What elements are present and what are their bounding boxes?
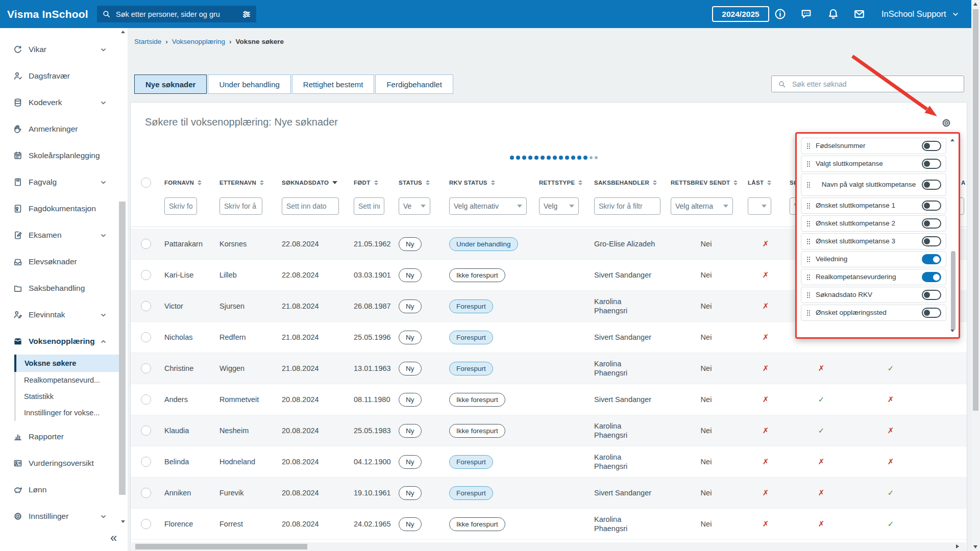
column-toggle-ønsket-sluttkompetanse-3[interactable]: Ønsket sluttkompetanse 3 (801, 233, 946, 249)
drag-handle-icon[interactable] (806, 181, 811, 189)
column-toggle-switch[interactable] (922, 141, 941, 151)
column-header-låst[interactable]: LÅST (745, 180, 787, 186)
sidebar-item-kodeverk[interactable]: Kodeverk (0, 89, 128, 116)
bell-icon[interactable] (827, 8, 839, 20)
page-dot[interactable] (516, 156, 520, 160)
sidebar-item-lønn[interactable]: Lønn (0, 477, 128, 503)
sidebar-item-saksbehandling[interactable]: Saksbehandling (0, 275, 128, 302)
page-dot[interactable] (571, 156, 575, 160)
filter-input-3[interactable] (282, 197, 339, 215)
table-row[interactable]: Anders Rommetveit 20.08.2024 08.11.1980 … (131, 384, 967, 415)
select-all-checkbox[interactable] (141, 178, 151, 188)
sidebar-scrollbar-thumb[interactable] (119, 202, 126, 495)
tab-under-behandling[interactable]: Under behandling (208, 74, 290, 94)
row-checkbox[interactable] (141, 239, 151, 249)
column-toggle-valgt-sluttkompetanse[interactable]: Valgt sluttkompetanse (801, 156, 946, 172)
info-icon[interactable] (774, 8, 786, 20)
filter-input-8[interactable] (594, 197, 660, 215)
column-toggle-fødselsnummer[interactable]: Fødselsnummer (801, 138, 946, 154)
page-dot[interactable] (510, 156, 514, 160)
sidebar-item-anmerkninger[interactable]: Anmerkninger (0, 116, 128, 142)
panel-scroll-down[interactable] (950, 330, 954, 332)
sidebar-subitem-realkompetansevurd[interactable]: Realkompetansevurd... (14, 372, 128, 388)
row-checkbox[interactable] (141, 519, 151, 529)
filter-select-7[interactable]: Velg (539, 197, 579, 215)
page-dot[interactable] (541, 156, 545, 160)
row-checkbox[interactable] (141, 363, 151, 373)
horizontal-scrollbar[interactable] (131, 542, 966, 551)
sidebar-collapse-button[interactable]: « (110, 531, 117, 545)
user-menu[interactable]: InSchool Support (881, 0, 960, 28)
sidebar-item-dagsfravær[interactable]: Dagsfravær (0, 63, 128, 89)
scroll-down-arrow[interactable] (973, 545, 977, 548)
row-checkbox[interactable] (141, 394, 151, 405)
column-toggle-navn-på-valgt-sluttkompetanse[interactable]: Navn på valgt sluttkompetanse (801, 173, 946, 196)
chat-icon[interactable] (800, 8, 812, 20)
sidebar-item-skoleårsplanlegging[interactable]: Skoleårsplanlegging (0, 142, 128, 169)
sidebar-item-eksamen[interactable]: Eksamen (0, 222, 128, 248)
drag-handle-icon[interactable] (806, 142, 811, 150)
school-year-selector[interactable]: 2024/2025 (712, 6, 769, 22)
table-row[interactable]: Belinda Hodneland 20.08.2024 04.12.1900 … (131, 446, 967, 478)
row-checkbox[interactable] (141, 301, 151, 311)
page-dot[interactable] (583, 156, 587, 160)
sort-icon[interactable] (767, 180, 771, 185)
panel-scrollbar-thumb[interactable] (951, 251, 955, 330)
column-toggle-switch[interactable] (922, 236, 941, 246)
row-checkbox[interactable] (141, 332, 151, 342)
column-toggle-switch[interactable] (922, 308, 941, 318)
gear-icon[interactable] (941, 118, 951, 128)
drag-handle-icon[interactable] (806, 273, 811, 281)
page-dot-inactive[interactable] (595, 156, 598, 159)
scroll-up-arrow[interactable] (973, 3, 977, 6)
tab-ferdigbehandlet[interactable]: Ferdigbehandlet (375, 74, 453, 94)
sidebar-item-fagdokumentasjon[interactable]: Fagdokumentasjon (0, 195, 128, 222)
global-search[interactable] (97, 6, 256, 22)
drag-handle-icon[interactable] (806, 238, 811, 245)
column-header-rettsbrev-sendt[interactable]: RETTSBREV SENDT (668, 180, 745, 186)
column-header-etternavn[interactable]: ETTERNAVN (216, 180, 279, 186)
panel-scroll-up[interactable] (950, 139, 954, 141)
column-toggle-veiledning[interactable]: Veiledning (801, 251, 946, 267)
mail-icon[interactable] (853, 8, 865, 20)
sidebar-item-elevinntak[interactable]: Elevinntak (0, 302, 128, 328)
sidebar-subitem-innstillinger-for-vokse[interactable]: Innstillinger for vokse... (14, 405, 128, 421)
tab-rettighet-bestemt[interactable]: Rettighet bestemt (292, 74, 375, 94)
search-filters-icon[interactable] (242, 10, 251, 19)
column-header-status[interactable]: STATUS (396, 180, 446, 186)
column-toggle-søknadsdato-rkv[interactable]: Søknadsdato RKV (801, 287, 946, 303)
drag-handle-icon[interactable] (806, 291, 811, 299)
sidebar-subitem-voksne-søkere[interactable]: Voksne søkere (14, 355, 122, 372)
sort-icon[interactable] (374, 180, 378, 185)
sort-icon[interactable] (426, 180, 430, 185)
column-toggle-realkompetansevurdering[interactable]: Realkompetansevurdering (801, 269, 946, 285)
sidebar-scroll-down[interactable] (121, 520, 125, 523)
drag-handle-icon[interactable] (806, 309, 811, 317)
column-header-fornavn[interactable]: FORNAVN (161, 180, 216, 186)
global-search-input[interactable] (115, 10, 237, 19)
sidebar-subitem-statistikk[interactable]: Statistikk (14, 388, 128, 405)
sidebar-item-fagvalg[interactable]: Fagvalg (0, 169, 128, 195)
column-header-søknadsdato[interactable]: SØKNADSDATO (279, 180, 351, 186)
column-toggle-switch[interactable] (922, 159, 941, 169)
filter-input-4[interactable] (354, 197, 384, 215)
filter-select-9[interactable]: Velg alterna (671, 197, 733, 215)
filter-input-2[interactable] (219, 197, 262, 215)
horizontal-scrollbar-thumb[interactable] (135, 544, 307, 549)
page-dot[interactable] (522, 156, 526, 160)
column-toggle-ønsket-opplæringssted[interactable]: Ønsket opplæringssted (801, 305, 946, 321)
table-row[interactable]: Florence Forrest 20.08.2024 24.02.1965 N… (131, 509, 967, 540)
filter-select-5[interactable]: Ve (399, 197, 430, 215)
page-dot[interactable] (553, 156, 557, 160)
drag-handle-icon[interactable] (806, 220, 811, 228)
row-checkbox[interactable] (141, 270, 151, 280)
filter-select-6[interactable]: Velg alternativ (449, 197, 527, 215)
table-row[interactable]: Klaudia Nesheim 20.08.2024 25.05.1983 Ny… (131, 415, 967, 446)
page-dot[interactable] (547, 156, 551, 160)
page-dot[interactable] (534, 156, 538, 160)
sort-desc-icon[interactable] (332, 181, 337, 184)
vertical-scrollbar-thumb[interactable] (973, 9, 978, 411)
column-toggle-switch[interactable] (922, 272, 941, 282)
filter-input-1[interactable] (164, 197, 197, 215)
row-checkbox[interactable] (141, 457, 151, 467)
